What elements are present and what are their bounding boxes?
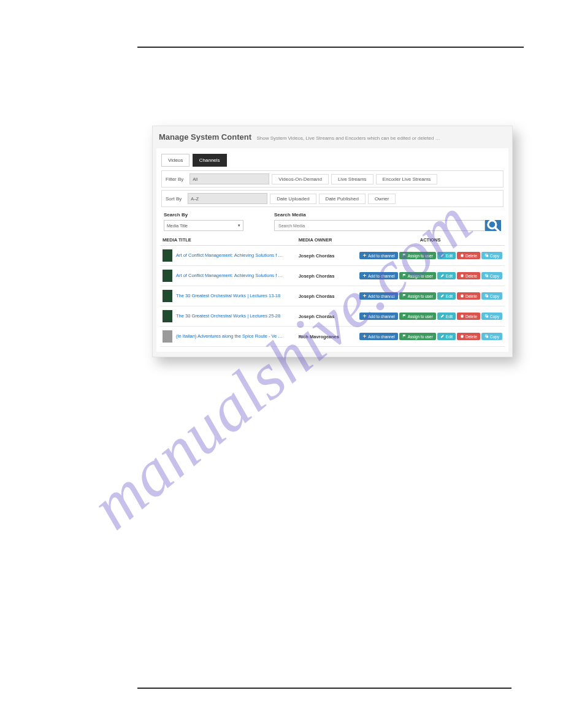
edit-button[interactable]: Edit [437,313,456,320]
trash-icon [460,273,464,278]
copy-icon [484,294,489,298]
media-table: MEDIA TITLE MEDIA OWNER ACTIONS Art of C… [160,235,505,347]
search-by-label: Search By [164,212,256,218]
copy-icon [484,253,489,258]
filter-encoder[interactable]: Encoder Live Streams [376,174,438,184]
media-thumbnail [163,270,172,282]
edit-icon [440,334,445,339]
search-by-value: Media Title [167,224,188,228]
svg-point-0 [488,221,496,229]
add-to-channel-button[interactable]: Add to channel [359,252,397,259]
plus-icon [362,253,367,258]
search-media-label: Search Media [274,212,501,218]
flag-icon [402,314,407,319]
copy-button[interactable]: Copy [481,292,502,300]
plus-icon [362,314,367,319]
filter-vod[interactable]: Videos-On-Demand [272,174,329,184]
svg-line-1 [495,227,499,232]
content-screenshot: Manage System Content Show System Videos… [152,126,527,357]
col-media-owner: MEDIA OWNER [296,235,356,246]
delete-button[interactable]: Delete [457,313,480,320]
add-to-channel-button[interactable]: Add to channel [359,292,397,300]
media-thumbnail [163,310,172,322]
search-by-select[interactable]: Media Title ▾ [164,220,243,231]
flag-icon [402,253,407,258]
sort-by-row: Sort By A–Z Date Uploaded Date Published… [161,190,504,207]
tab-channels[interactable]: Channels [193,154,227,167]
page-bottom-rule [137,688,511,689]
assign-to-user-button[interactable]: Assign to user [399,272,436,279]
panel-subtitle: Show System Videos, Live Streams and Enc… [256,135,440,141]
edit-button[interactable]: Edit [437,292,456,300]
edit-icon [440,273,445,278]
plus-icon [362,334,367,339]
media-owner: Joseph Chordas [296,246,356,266]
delete-button[interactable]: Delete [457,292,480,300]
sort-date-uploaded[interactable]: Date Uploaded [270,194,316,204]
media-thumbnail [163,290,172,302]
media-thumbnail [163,249,172,262]
assign-to-user-button[interactable]: Assign to user [399,333,436,340]
delete-button[interactable]: Delete [457,333,480,340]
delete-button[interactable]: Delete [457,252,480,259]
copy-button[interactable]: Copy [481,313,502,320]
plus-icon [362,273,367,278]
search-button[interactable] [485,220,501,231]
delete-button[interactable]: Delete [457,272,480,279]
add-to-channel-button[interactable]: Add to channel [359,272,397,279]
filter-all[interactable]: All [190,173,269,184]
media-owner: Joseph Chordas [296,266,356,286]
add-to-channel-button[interactable]: Add to channel [359,313,397,320]
assign-to-user-button[interactable]: Assign to user [399,313,436,320]
add-to-channel-button[interactable]: Add to channel [359,333,397,340]
search-input[interactable] [274,220,485,231]
flag-icon [402,294,407,298]
copy-icon [484,273,489,278]
filter-live[interactable]: Live Streams [331,174,373,184]
table-row: Art of Conflict Management: Achieving So… [160,266,505,286]
edit-icon [440,253,445,258]
search-icon [485,218,501,233]
copy-button[interactable]: Copy [481,252,502,259]
sort-az[interactable]: A–Z [188,193,267,204]
col-actions: ACTIONS [356,235,505,246]
page-top-rule [137,47,524,48]
plus-icon [362,294,367,298]
media-title-link[interactable]: Art of Conflict Management: Achieving So… [176,252,283,258]
assign-to-user-button[interactable]: Assign to user [399,292,436,300]
trash-icon [460,294,464,298]
table-row: The 30 Greatest Orchestral Works | Lectu… [160,286,505,306]
table-row: The 30 Greatest Orchestral Works | Lectu… [160,306,505,327]
edit-icon [440,314,445,319]
trash-icon [460,314,464,319]
tab-videos[interactable]: Videos [161,154,190,167]
edit-button[interactable]: Edit [437,333,456,340]
media-owner: Joseph Chordas [296,286,356,306]
flag-icon [402,334,407,339]
edit-button[interactable]: Edit [437,252,456,259]
copy-icon [484,314,489,319]
media-title-link[interactable]: Art of Conflict Management: Achieving So… [176,273,283,278]
table-row: (In Italian) Adventures along the Spice … [160,327,505,347]
copy-button[interactable]: Copy [481,333,502,340]
trash-icon [460,334,464,339]
col-media-title: MEDIA TITLE [160,235,296,246]
sort-date-published[interactable]: Date Published [319,194,366,204]
media-owner: Joseph Chordas [296,306,356,327]
table-row: Art of Conflict Management: Achieving So… [160,246,505,266]
media-title-link[interactable]: The 30 Greatest Orchestral Works | Lectu… [176,293,280,298]
copy-icon [484,334,489,339]
edit-button[interactable]: Edit [437,272,456,279]
media-title-link[interactable]: (In Italian) Adventures along the Spice … [176,333,283,339]
media-title-link[interactable]: The 30 Greatest Orchestral Works | Lectu… [176,313,280,319]
assign-to-user-button[interactable]: Assign to user [399,252,436,259]
sort-owner[interactable]: Owner [368,194,396,204]
media-thumbnail [163,330,172,343]
copy-button[interactable]: Copy [481,272,502,279]
flag-icon [402,273,407,278]
filter-by-row: Filter By All Videos-On-Demand Live Stre… [161,170,504,188]
media-owner: Rich Mavrogeanes [296,327,356,347]
filter-by-label: Filter By [166,176,183,182]
trash-icon [460,253,464,258]
sort-by-label: Sort By [166,196,182,202]
